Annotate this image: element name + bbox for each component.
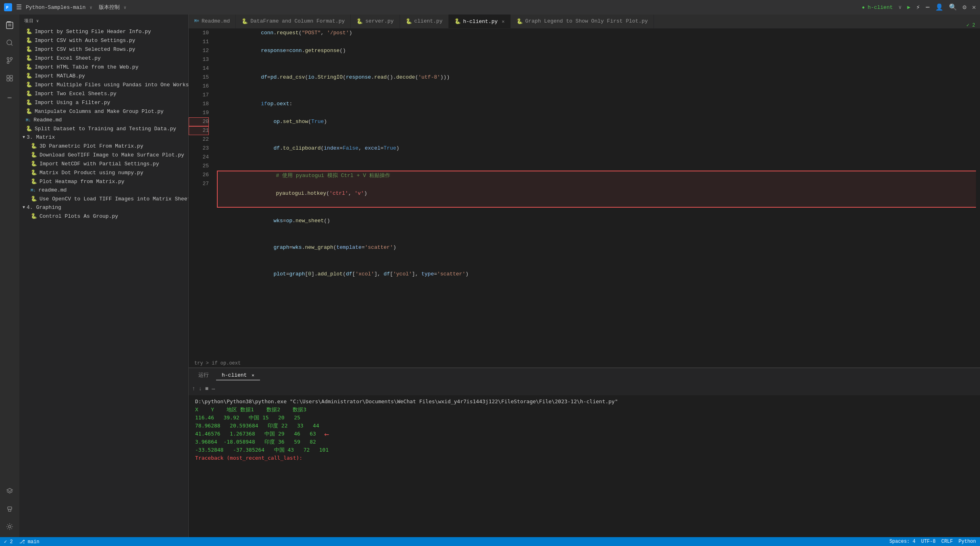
code-line-12 (217, 64, 976, 73)
panel-content[interactable]: D:\python\Python38\python.exe "C:\Users\… (189, 395, 980, 537)
folder-chevron-icon: ▼ (23, 205, 25, 210)
sidebar-item-readme-matrix[interactable]: M↓ readme.md (19, 186, 188, 194)
activity-search[interactable] (2, 35, 17, 50)
sidebar-item-3d-plot[interactable]: 🐍 3D Parametric Plot From Matrix.py (19, 142, 188, 150)
sidebar-item-import-excel[interactable]: 🐍 Import Excel Sheet.py (19, 54, 188, 63)
sidebar-item-import-matlab[interactable]: 🐍 Import MATLAB.py (19, 71, 188, 80)
sidebar-item-import-multiple[interactable]: 🐍 Import Multiple Files using Pandas int… (19, 80, 188, 89)
panel-scroll-top-icon[interactable]: ↑ (192, 386, 195, 392)
svg-rect-18 (8, 509, 11, 511)
terminal-line-row3: 41.46576 1.267368 中国 29 46 63 ← (195, 430, 974, 438)
code-line-16: op.set_show(True) (217, 117, 976, 135)
debug-button[interactable]: ⚡ (916, 3, 920, 11)
panel-tab-close-icon[interactable]: ✕ (252, 373, 254, 378)
py-icon: 🐍 (31, 178, 37, 185)
sidebar-folder-graphing[interactable]: ▼ 4. Graphing (19, 203, 188, 212)
sidebar-label: Import CSV with Auto Settings.py (35, 38, 135, 44)
app-logo: P (4, 3, 12, 11)
code-line-25: graph = wks.new_graph(template='scatter'… (217, 243, 976, 261)
code-editor[interactable]: conn.request("POST", '/post') response =… (213, 29, 980, 359)
activity-git[interactable] (2, 53, 17, 68)
sidebar-item-control-plots[interactable]: 🐍 Control Plots As Group.py (19, 212, 188, 221)
svg-rect-13 (10, 75, 12, 78)
code-line-17 (217, 135, 976, 144)
code-line-14 (217, 91, 976, 100)
sidebar-item-matrix-dot[interactable]: 🐍 Matrix Dot Product using numpy.py (19, 168, 188, 177)
status-bar: ✓ 2 ⎇ main Spaces: 4 UTF-8 CRLF Python (0, 537, 980, 546)
code-line-23: wks = op.new_sheet() (217, 217, 976, 234)
project-chevron: ∨ (89, 5, 92, 10)
tab-readme[interactable]: M+ Readme.md (189, 15, 236, 28)
code-line-13: df = pd.read_csv(io.StringIO(response.re… (217, 73, 976, 91)
activity-files[interactable] (2, 18, 17, 32)
tab-client[interactable]: 🐍 client.py (400, 15, 449, 28)
account-icon[interactable]: 👤 (935, 3, 943, 11)
status-language[interactable]: Python (959, 539, 976, 544)
run-button[interactable]: ▶ (907, 4, 911, 10)
project-name[interactable]: Python-Samples-main (26, 4, 85, 10)
hamburger-icon[interactable]: ☰ (16, 3, 22, 11)
tab-icon: 🐍 (454, 18, 461, 25)
version-control[interactable]: 版本控制 (99, 4, 120, 11)
panel-tab-run[interactable]: 运行 (193, 370, 214, 381)
sidebar-item-import-csv-auto[interactable]: 🐍 Import CSV with Auto Settings.py (19, 36, 188, 45)
title-bar-actions: ● h-client ∨ ▶ ⚡ ⋯ 👤 🔍 ⚙ ✕ (862, 3, 976, 11)
activity-more[interactable]: ⋯ (2, 90, 17, 105)
sidebar-item-readme[interactable]: M↓ Readme.md (19, 116, 188, 124)
py-icon: 🐍 (31, 196, 37, 202)
sidebar-folder-matrix[interactable]: ▼ 3. Matrix (19, 133, 188, 142)
status-line-ending[interactable]: CRLF (941, 539, 953, 544)
sidebar-item-netcdf[interactable]: 🐍 Import NetCDF with Partial Settings.py (19, 159, 188, 168)
sidebar-item-import-two-excel[interactable]: 🐍 Import Two Excel Sheets.py (19, 89, 188, 98)
tab-graph-legend[interactable]: 🐍 Graph Legend to Show Only First Plot.p… (511, 15, 654, 28)
svg-rect-3 (6, 22, 13, 29)
sidebar-label: Split Dataset to Training and Testing Da… (35, 126, 176, 132)
svg-rect-15 (10, 79, 12, 81)
panel-scroll-bottom-icon[interactable]: ↓ (198, 386, 202, 392)
tab-dataframe[interactable]: 🐍 DataFrame and Column Format.py (236, 15, 351, 28)
tab-icon: 🐍 (241, 18, 248, 25)
version-chevron: ∨ (124, 5, 127, 10)
tab-close-icon[interactable]: ✕ (502, 19, 505, 25)
py-icon: 🐍 (26, 108, 32, 115)
activity-settings-bottom[interactable] (2, 519, 17, 534)
py-icon: 🐍 (26, 99, 32, 106)
py-icon: 🐍 (31, 160, 37, 167)
panel-tab-h-client[interactable]: h-client ✕ (216, 371, 260, 380)
folder-label: 3. Matrix (27, 134, 55, 140)
search-icon[interactable]: 🔍 (949, 3, 957, 11)
code-line-20: # 使用 pyautogui 模拟 Ctrl + V 粘贴操作 (217, 171, 976, 189)
tab-server[interactable]: 🐍 server.py (351, 15, 399, 28)
settings-icon[interactable]: ⚙ (963, 3, 967, 11)
panel: 运行 h-client ✕ ↑ ↓ ■ ⋯ D:\python\Python38… (189, 368, 980, 537)
activity-print[interactable] (2, 502, 17, 516)
tab-bar: M+ Readme.md 🐍 DataFrame and Column Form… (189, 15, 980, 29)
sidebar-item-import-csv-rows[interactable]: 🐍 Import CSV with Selected Rows.py (19, 45, 188, 54)
sidebar-header[interactable]: 项目 ∨ (19, 15, 188, 27)
close-icon[interactable]: ✕ (972, 3, 976, 11)
sidebar-item-heatmap[interactable]: 🐍 Plot Heatmap from Matrix.py (19, 177, 188, 186)
h-client-chevron[interactable]: ∨ (899, 4, 902, 10)
tab-h-client[interactable]: 🐍 h-client.py ✕ (449, 15, 511, 28)
sidebar-item-import-filter[interactable]: 🐍 Import Using a Filter.py (19, 98, 188, 107)
status-spaces[interactable]: Spaces: 4 (889, 539, 915, 544)
sidebar-item-geotiff[interactable]: 🐍 Download GeoTIFF Image to Make Surface… (19, 150, 188, 159)
activity-extensions[interactable] (2, 71, 17, 85)
svg-rect-14 (7, 79, 9, 81)
panel-more-icon[interactable]: ⋯ (212, 386, 215, 392)
status-encoding[interactable]: UTF-8 (921, 539, 936, 544)
sidebar-label: Import Multiple Files using Pandas into … (35, 82, 188, 88)
py-icon: 🐍 (31, 213, 37, 219)
svg-point-20 (8, 525, 11, 528)
code-line-27: plot = graph[0].add_plot(df['xcol'], df[… (217, 270, 976, 288)
panel-toolbar: ↑ ↓ ■ ⋯ (189, 382, 980, 395)
more-button[interactable]: ⋯ (926, 3, 930, 11)
sidebar-item-split[interactable]: 🐍 Split Dataset to Training and Testing … (19, 124, 188, 133)
sidebar-item-manipulate[interactable]: 🐍 Manipulate Columns and Make Group Plot… (19, 107, 188, 116)
sidebar-item-import-html[interactable]: 🐍 Import HTML Table from the Web.py (19, 63, 188, 71)
py-icon: 🐍 (26, 55, 32, 61)
sidebar-item-import-header[interactable]: 🐍 Import by Setting File Header Info.py (19, 27, 188, 36)
activity-layers[interactable] (2, 484, 17, 498)
panel-stop-icon[interactable]: ■ (205, 386, 208, 392)
sidebar-item-opencv[interactable]: 🐍 Use OpenCV to Load TIFF Images into Ma… (19, 194, 188, 203)
